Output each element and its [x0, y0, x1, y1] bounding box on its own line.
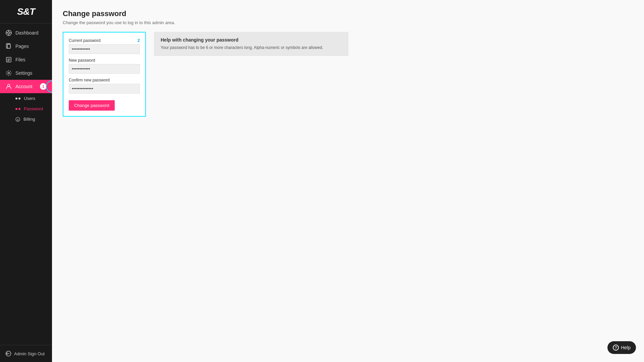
svg-text:$: $	[17, 118, 19, 121]
confirm-password-input[interactable]	[69, 84, 140, 94]
current-password-input[interactable]	[69, 44, 140, 54]
current-password-label: Current password 2	[69, 38, 140, 43]
help-box: Help with changing your password Your pa…	[154, 32, 348, 56]
svg-point-1	[8, 32, 10, 34]
password-dots-icon	[15, 108, 20, 110]
sidebar-sub-billing[interactable]: $ Billing	[0, 114, 52, 124]
svg-rect-12	[6, 57, 11, 62]
sidebar: S&T Dashboard	[0, 0, 52, 362]
sign-out-button[interactable]: Admin Sign Out	[5, 351, 47, 357]
settings-icon	[5, 70, 12, 76]
new-password-label: New password	[69, 58, 140, 63]
billing-icon: $	[15, 117, 20, 122]
confirm-password-group: Confirm new password	[69, 78, 140, 94]
sidebar-item-label: Pages	[15, 44, 29, 49]
sidebar-item-label: Dashboard	[15, 30, 39, 36]
sidebar-item-settings[interactable]: Settings	[0, 66, 52, 80]
sidebar-sub-password[interactable]: Password	[0, 104, 52, 114]
page-title: Change password	[63, 9, 633, 18]
help-circle-icon: ?	[613, 345, 619, 351]
sidebar-sub-users[interactable]: Users	[0, 93, 52, 104]
new-password-group: New password	[69, 58, 140, 74]
sidebar-item-dashboard[interactable]: Dashboard	[0, 26, 52, 40]
sign-out-label: Admin Sign Out	[14, 351, 45, 356]
sidebar-item-files[interactable]: Files	[0, 53, 52, 66]
help-text: Your password has to be 6 or more charac…	[161, 45, 342, 51]
field-badge: 2	[138, 38, 140, 43]
sidebar-bottom: Admin Sign Out	[0, 345, 52, 362]
sidebar-nav: Dashboard Pages	[0, 23, 52, 345]
help-button-label: Help	[621, 345, 631, 350]
sidebar-item-pages[interactable]: Pages	[0, 40, 52, 53]
sidebar-item-account[interactable]: Account 1	[0, 80, 52, 93]
account-badge: 1	[40, 83, 47, 90]
sidebar-item-label: Account	[15, 84, 33, 89]
svg-point-16	[8, 72, 10, 74]
dashboard-icon	[5, 29, 12, 36]
content-area: Current password 2 New password Confirm …	[63, 32, 633, 117]
help-button[interactable]: ? Help	[607, 341, 636, 354]
new-password-input[interactable]	[69, 64, 140, 74]
password-form-card: Current password 2 New password Confirm …	[63, 32, 146, 117]
change-password-button[interactable]: Change password	[69, 100, 115, 111]
logo-text: S&T	[17, 6, 35, 17]
pages-icon	[5, 43, 12, 50]
account-icon	[5, 83, 12, 90]
sidebar-sub-item-label: Billing	[23, 117, 35, 122]
files-icon	[5, 56, 12, 63]
confirm-password-label: Confirm new password	[69, 78, 140, 82]
sidebar-item-label: Files	[15, 57, 25, 62]
sidebar-sub-item-label: Users	[24, 96, 35, 101]
sign-out-icon	[5, 351, 11, 357]
svg-rect-10	[7, 44, 10, 48]
sidebar-sub-item-label: Password	[24, 106, 43, 111]
page-subtitle: Change the password you use to log in to…	[63, 20, 633, 25]
sidebar-item-label: Settings	[15, 70, 33, 76]
help-title: Help with changing your password	[161, 37, 342, 43]
sidebar-logo: S&T	[0, 0, 52, 23]
current-password-group: Current password 2	[69, 38, 140, 54]
users-dots-icon	[15, 98, 20, 100]
main-content: Change password Change the password you …	[52, 0, 644, 362]
